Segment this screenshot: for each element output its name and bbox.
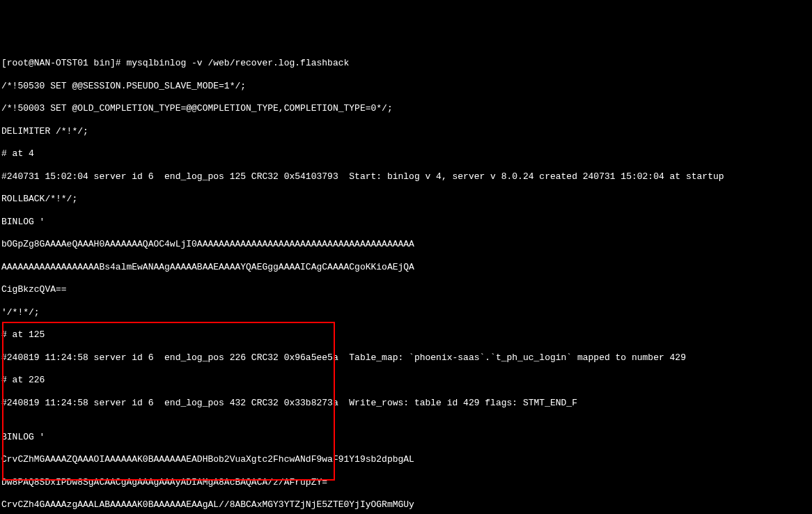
output-line: /*!50530 SET @@SESSION.PSEUDO_SLAVE_MODE… bbox=[1, 81, 811, 92]
shell-prompt: [root@NAN-OTST01 bin]# bbox=[1, 58, 126, 68]
output-line: BINLOG ' bbox=[1, 217, 811, 228]
output-line: /*!50003 SET @OLD_COMPLETION_TYPE=@@COMP… bbox=[1, 103, 811, 114]
output-line: AAAAAAAAAAAAAAAAAABs4almEwANAAgAAAAABAAE… bbox=[1, 262, 811, 273]
output-line: CigBkzcQVA== bbox=[1, 284, 811, 295]
output-line: ROLLBACK/*!*/; bbox=[1, 194, 811, 205]
output-line: #240819 11:24:58 server id 6 end_log_pos… bbox=[1, 398, 811, 409]
output-line: #240731 15:02:04 server id 6 end_log_pos… bbox=[1, 171, 811, 182]
output-line: bOGpZg8GAAAAeQAAAH0AAAAAAAQAOC4wLjI0AAAA… bbox=[1, 239, 811, 250]
output-line: # at 4 bbox=[1, 148, 811, 159]
output-line: '/*!*/; bbox=[1, 307, 811, 318]
terminal-output: [root@NAN-OTST01 bin]# mysqlbinlog -v /w… bbox=[1, 47, 811, 514]
output-line: BINLOG ' bbox=[1, 432, 811, 443]
command-input: mysqlbinlog -v /web/recover.log.flashbac… bbox=[126, 58, 349, 68]
output-line: CrvCZh4GAAAAzgAAALABAAAAAK0BAAAAAAEAAgAL… bbox=[1, 499, 811, 511]
terminal-prompt-line[interactable]: [root@NAN-OTST01 bin]# mysqlbinlog -v /w… bbox=[1, 58, 811, 69]
output-line: DELIMITER /*!*/; bbox=[1, 126, 811, 137]
output-line: #240819 11:24:58 server id 6 end_log_pos… bbox=[1, 352, 811, 364]
output-line: # at 125 bbox=[1, 329, 811, 341]
output-line: # at 226 bbox=[1, 375, 811, 386]
output-line: Dw8PAQ8SDxIPDw8SgACAACgAgAAAgAAAyADIAMgA… bbox=[1, 477, 811, 488]
output-line: CrvCZhMGAAAAZQAAAOIAAAAAAK0BAAAAAAEADHBo… bbox=[1, 454, 811, 465]
